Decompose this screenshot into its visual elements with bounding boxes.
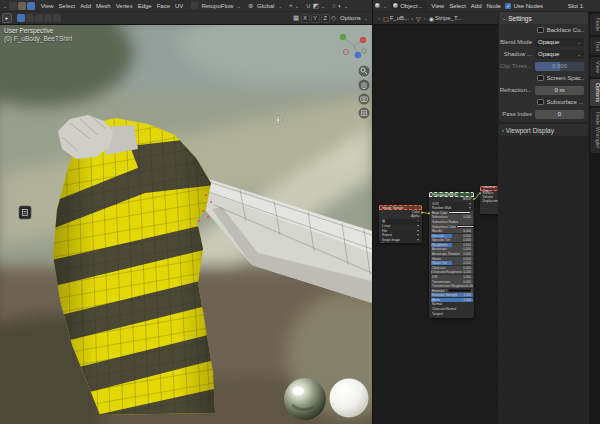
- node-property-row[interactable]: Specular Tint 0.000: [431, 238, 473, 242]
- node-property-row[interactable]: Clearcoat Roughness 0.030: [431, 270, 473, 274]
- axis-z-handle[interactable]: [355, 52, 361, 58]
- node-property-row[interactable]: Subsurface Radius: [431, 220, 473, 224]
- node-property-row[interactable]: Emission Strength 1.000: [431, 293, 473, 297]
- shader-menu-item[interactable]: Select: [449, 3, 466, 9]
- image-texture-node[interactable]: Image Texture ColorAlpha ▦ × Linear: [379, 205, 422, 243]
- viewport-menu-item[interactable]: View: [41, 3, 54, 9]
- proportional-edit-controls[interactable]: ○ ◐ ⌄: [331, 2, 349, 9]
- node-property-row[interactable]: Normal: [431, 302, 473, 306]
- use-nodes-checkbox[interactable]: ✓: [505, 3, 511, 9]
- mesh-data-icon[interactable]: [18, 2, 26, 10]
- viewport-menu-item[interactable]: Face: [157, 3, 170, 9]
- mirror-axis-button[interactable]: Y: [311, 14, 320, 23]
- sidebar-tab[interactable]: Options: [590, 79, 600, 106]
- refraction-depth-field[interactable]: 0 m: [535, 86, 584, 95]
- sidebar-tab[interactable]: Tool: [590, 37, 600, 55]
- node-dropdown-row[interactable]: Flat: [381, 229, 421, 233]
- node-property-row[interactable]: Emission: [431, 289, 473, 293]
- material-output-node[interactable]: Material Out... SurfaceVolumeDisplacemen…: [480, 186, 498, 214]
- node-input-socket[interactable]: Displacement: [480, 199, 498, 203]
- node-output-socket[interactable]: Alpha: [379, 214, 422, 218]
- viewport-menu-item[interactable]: Select: [59, 3, 76, 9]
- node-canvas[interactable]: Image Texture ColorAlpha ▦ × Linear: [373, 25, 498, 424]
- mirror-axis-button[interactable]: X: [301, 14, 310, 23]
- viewport-menu-item[interactable]: Edge: [138, 3, 152, 9]
- backface-culling-checkbox[interactable]: [537, 27, 544, 34]
- sidebar-tab[interactable]: Node: [590, 14, 600, 35]
- node-dropdown-row[interactable]: Repeat: [381, 233, 421, 237]
- shadow-mode-dropdown[interactable]: Opaque ⌄: [535, 50, 584, 59]
- node-property-row[interactable]: Metallic 0.000: [431, 229, 473, 233]
- annotation-badge[interactable]: [19, 206, 31, 219]
- shader-menu-item[interactable]: View: [431, 3, 444, 9]
- node-property-row[interactable]: Subsurface Color: [431, 224, 473, 228]
- orientation-dropdown[interactable]: ⊕ Global ⌄: [247, 2, 283, 10]
- node-property-row[interactable]: Clearcoat Normal: [431, 307, 473, 311]
- node-property-row[interactable]: Anisotropic 0.000: [431, 247, 473, 251]
- shader-menu-item[interactable]: Node: [487, 3, 501, 9]
- image-datablock-selector[interactable]: ▦ ×: [381, 219, 421, 224]
- mode-dropdown-icon[interactable]: [27, 2, 35, 10]
- node-property-row[interactable]: Clearcoat 0.000: [431, 266, 473, 270]
- viewport-menu-item[interactable]: Add: [80, 3, 91, 9]
- node-property-row[interactable]: Subsurface 0.000: [431, 215, 473, 219]
- node-property-row[interactable]: Sheen 0.000: [431, 257, 473, 261]
- node-property-row[interactable]: Transmission Roughness 0.000: [431, 284, 473, 288]
- editor-type-icon[interactable]: [9, 2, 17, 10]
- perspective-toggle-button[interactable]: [359, 108, 370, 119]
- viewport-display-panel-header[interactable]: › Viewport Display: [499, 124, 588, 136]
- blend-mode-dropdown[interactable]: Opaque ⌄: [535, 38, 584, 47]
- clip-threshold-slider[interactable]: 0.500: [535, 62, 584, 71]
- viewport-3d[interactable]: ⌄ ViewSelectAddMeshVertexEdgeFaceUV Reto…: [0, 0, 372, 424]
- axis-y-handle[interactable]: [340, 34, 346, 40]
- viewport-menu-item[interactable]: Vertex: [116, 3, 133, 9]
- vertex-select-mode-button[interactable]: [17, 14, 25, 22]
- sidebar-tab[interactable]: Node Wrangler: [590, 108, 600, 153]
- breadcrumb-material[interactable]: Stripe_T...: [435, 15, 462, 21]
- node-property-row[interactable]: Tangent: [431, 311, 473, 315]
- close-icon[interactable]: ×: [417, 219, 419, 223]
- xray-toggle-button[interactable]: [44, 14, 52, 22]
- viewport-menu-item[interactable]: UV: [175, 3, 183, 9]
- node-property-row[interactable]: GGX: [431, 202, 473, 206]
- node-property-row[interactable]: Random Walk: [431, 206, 473, 210]
- pass-index-field[interactable]: 0: [535, 110, 584, 119]
- node-property-row[interactable]: Base Color: [431, 211, 473, 215]
- mirror-axis-button[interactable]: Z: [321, 14, 330, 23]
- node-property-row[interactable]: IOR 1.450: [431, 275, 473, 279]
- overlay-toggle-button[interactable]: [53, 14, 61, 22]
- axis-x-handle[interactable]: [360, 37, 366, 43]
- node-dropdown-row[interactable]: Single Image: [381, 238, 421, 242]
- shader-target-dropdown[interactable]: Object ⌄: [390, 1, 427, 10]
- node-input-socket[interactable]: Vector: [379, 242, 422, 243]
- material-slot-label[interactable]: Slot 1: [568, 3, 583, 9]
- principled-bsdf-node[interactable]: Principled BSDF BSDF GGX: [429, 192, 474, 318]
- node-property-row[interactable]: Anisotropic Rotation 0.000: [431, 252, 473, 256]
- node-dropdown-row[interactable]: Linear: [381, 224, 421, 228]
- screen-space-refraction-checkbox[interactable]: [537, 75, 544, 82]
- node-property-row[interactable]: Alpha 1.000: [431, 298, 473, 302]
- node-property-row[interactable]: Sheen Tint 0.500: [431, 261, 473, 265]
- viewport-menu-item[interactable]: Mesh: [96, 3, 111, 9]
- node-property-row[interactable]: Transmission 0.000: [431, 279, 473, 283]
- shader-menu-item[interactable]: Add: [471, 3, 482, 9]
- node-property-row[interactable]: Roughness 0.500: [431, 243, 473, 247]
- edge-select-mode-button[interactable]: [26, 14, 34, 22]
- zoom-button[interactable]: [359, 66, 370, 77]
- settings-panel-header[interactable]: ⌄ Settings: [499, 12, 588, 24]
- subsurface-translucency-checkbox[interactable]: [537, 99, 544, 106]
- active-tool-button[interactable]: ▸: [2, 13, 12, 23]
- shader-editor-icon[interactable]: [375, 3, 380, 8]
- node-property-row[interactable]: Specular 0.500: [431, 234, 473, 238]
- camera-view-button[interactable]: [359, 94, 370, 105]
- options-dropdown[interactable]: Options: [340, 15, 361, 21]
- breadcrumb-object[interactable]: F_uB...: [390, 15, 409, 21]
- editor-type-caret-icon[interactable]: ⌄: [3, 3, 7, 9]
- pan-button[interactable]: [359, 80, 370, 91]
- face-select-mode-button[interactable]: [35, 14, 43, 22]
- snap-controls[interactable]: ∪ ◩ ⌄: [305, 2, 326, 10]
- viewport-canvas[interactable]: User Perspective (0) F_uBody_BeeTShirt: [0, 25, 372, 424]
- pivot-dropdown[interactable]: ⌖ ⌄: [288, 2, 300, 10]
- sidebar-tab[interactable]: View: [590, 57, 600, 77]
- node-output-socket[interactable]: BSDF: [429, 197, 474, 201]
